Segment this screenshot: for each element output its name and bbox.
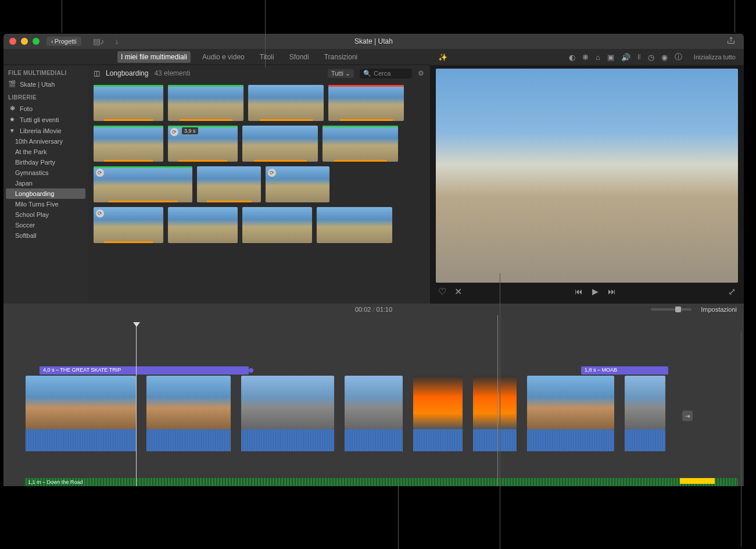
media-clip[interactable]	[94, 126, 163, 162]
sidebar-toggle-icon[interactable]: ◫	[94, 69, 100, 77]
timeline-clip[interactable]	[26, 376, 136, 451]
media-clip[interactable]	[168, 85, 243, 121]
preview-pane: ♡ ✕ ⏮ ▶ ⏭ ⤢	[430, 65, 744, 304]
stabilize-icon[interactable]: ▣	[607, 53, 614, 62]
equalizer-icon[interactable]: ⫴	[637, 52, 641, 62]
timeline-settings-button[interactable]: Impostazioni	[701, 306, 737, 313]
timeline-clip[interactable]	[413, 376, 463, 451]
sidebar-event[interactable]: At the Park	[3, 147, 88, 157]
reset-all-button[interactable]: Inizializza tutto	[694, 54, 736, 60]
tab-my-media[interactable]: I miei file multimediali	[117, 51, 191, 63]
clip-duration: 3,9 s	[182, 127, 198, 134]
prev-button[interactable]: ⏮	[575, 287, 583, 296]
enhance-icon[interactable]: ✨	[438, 53, 447, 62]
timeline-title-clip[interactable]: 4,0 s – THE GREAT SKATE TRIP	[40, 366, 249, 375]
minimize-button[interactable]	[21, 38, 28, 45]
info-icon[interactable]: ⓘ	[675, 52, 682, 62]
timeline-clip[interactable]	[241, 376, 334, 451]
sidebar-event[interactable]: Soccer	[3, 220, 88, 230]
timeline-audio-track[interactable]: 1,1 m – Down the Road	[24, 478, 738, 486]
media-clip[interactable]	[328, 85, 404, 121]
sidebar-event-label: 10th Anniversary	[15, 138, 63, 145]
tab-audio-video[interactable]: Audio e video	[199, 51, 248, 63]
next-button[interactable]: ⏭	[608, 287, 616, 296]
sidebar-project[interactable]: 🎬 Skate | Utah	[3, 79, 88, 90]
timeline-clip[interactable]	[146, 376, 231, 451]
speed-icon[interactable]: ◷	[648, 53, 654, 62]
timeline-clip[interactable]	[625, 376, 665, 451]
time-current: 00:02	[355, 306, 371, 313]
filter-dropdown[interactable]: Tutti ⌄	[328, 69, 354, 78]
timeline-clip[interactable]	[527, 376, 614, 451]
share-button[interactable]	[726, 36, 736, 47]
media-browser: ◫ Longboarding 43 elementi Tutti ⌄ 🔍 Cer…	[88, 65, 430, 304]
color-correction-icon[interactable]: ❋	[582, 53, 589, 62]
sidebar-event[interactable]: Birthday Party	[3, 157, 88, 167]
callout-line	[500, 273, 500, 549]
sidebar-event[interactable]: Gymnastics	[3, 167, 88, 178]
filter-icon[interactable]: ◉	[661, 53, 668, 62]
titlebar: ‹ Progetti ▤♪ ↓ Skate | Utah	[3, 34, 744, 49]
sidebar-event-selected[interactable]: Longboarding	[6, 188, 85, 199]
preview-viewer[interactable]	[436, 69, 738, 283]
window-title: Skate | Utah	[354, 37, 393, 45]
media-clip[interactable]	[197, 166, 261, 202]
media-clip[interactable]	[242, 126, 318, 162]
media-clip[interactable]	[248, 85, 324, 121]
fullscreen-icon[interactable]: ⤢	[728, 286, 736, 297]
tab-titles[interactable]: Titoli	[256, 51, 278, 63]
media-clip[interactable]	[242, 207, 312, 243]
close-button[interactable]	[9, 38, 16, 45]
volume-icon[interactable]: 🔊	[621, 53, 630, 62]
sidebar-event[interactable]: Japan	[3, 178, 88, 188]
tab-transitions[interactable]: Transizioni	[321, 51, 361, 63]
sidebar-imovie-library[interactable]: ▾ Libreria iMovie	[3, 125, 88, 136]
play-button[interactable]: ▶	[592, 287, 599, 296]
color-balance-icon[interactable]: ◐	[569, 53, 575, 62]
timeline-clip[interactable]	[473, 376, 517, 451]
media-clip[interactable]: ⟳	[94, 207, 163, 243]
timeline-clip[interactable]	[345, 376, 403, 451]
sidebar-head-libraries: LIBRERIE	[3, 90, 88, 103]
sidebar-event[interactable]: Milo Turns Five	[3, 199, 88, 209]
media-clip[interactable]	[94, 85, 163, 121]
audio-track-label: 1,1 m – Down the Road	[28, 479, 83, 485]
media-clip[interactable]: ⟳	[266, 166, 329, 202]
search-field[interactable]: 🔍 Cerca	[360, 69, 412, 79]
sidebar-all-events-label: Tutti gli eventi	[20, 116, 59, 123]
reject-icon[interactable]: ✕	[454, 286, 462, 297]
sidebar-event-label: Softball	[15, 232, 37, 239]
maximize-button[interactable]	[33, 38, 40, 45]
media-clip[interactable]	[168, 207, 238, 243]
timeline-title-clip[interactable]: 1,8 s – MOAB	[581, 366, 668, 375]
timeline-body[interactable]: 4,0 s – THE GREAT SKATE TRIP 1,8 s – MOA…	[3, 315, 744, 486]
media-clip[interactable]: ⟳3,9 s	[168, 126, 238, 162]
media-clip[interactable]	[323, 126, 398, 162]
callout-line	[265, 0, 266, 67]
sidebar-all-events[interactable]: ★ Tutti gli eventi	[3, 114, 88, 125]
window-controls	[3, 38, 40, 45]
projects-back-button[interactable]: ‹ Progetti	[46, 37, 81, 46]
playhead[interactable]	[136, 326, 137, 486]
clip-grid: ⟳3,9 s ⟳ ⟳ ⟳	[88, 81, 430, 304]
sidebar-photos[interactable]: ❋ Foto	[3, 103, 88, 114]
callout-line	[398, 486, 399, 549]
sidebar-event[interactable]: 10th Anniversary	[3, 136, 88, 147]
download-icon[interactable]: ↓	[115, 37, 119, 46]
media-clip[interactable]	[317, 207, 392, 243]
clapper-icon: 🎬	[8, 80, 16, 88]
sidebar-event[interactable]: School Play	[3, 209, 88, 220]
audio-peak-indicator	[680, 478, 715, 484]
tab-backgrounds[interactable]: Sfondi	[286, 51, 313, 63]
sidebar-event-label: Longboarding	[15, 190, 54, 197]
favorite-icon[interactable]: ♡	[438, 286, 446, 297]
star-icon: ★	[8, 116, 16, 123]
sidebar-event-label: Japan	[15, 180, 33, 187]
media-clip[interactable]: ⟳	[94, 166, 192, 202]
zoom-slider[interactable]	[651, 308, 691, 311]
callout-line	[734, 0, 735, 33]
crop-icon[interactable]: ⌂	[596, 53, 600, 62]
sidebar-event[interactable]: Softball	[3, 230, 88, 241]
import-media-icon[interactable]: ▤♪	[93, 37, 105, 46]
gear-icon[interactable]: ⚙	[418, 69, 424, 77]
